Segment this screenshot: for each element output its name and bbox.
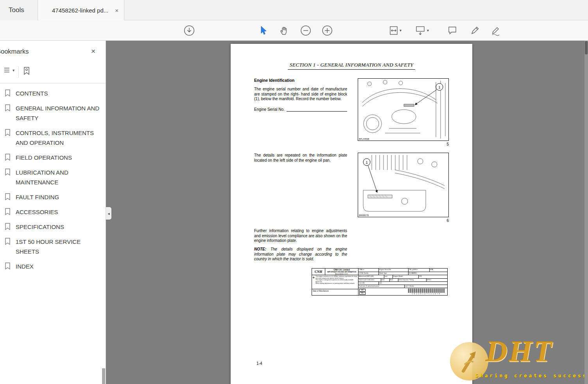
bookmark-item-contents[interactable]: CONTENTS [5,88,102,98]
figure1-photo-code: BPL4459B [359,138,369,140]
bookmarks-panel-title: Bookmarks [0,48,29,55]
bookmark-icon [5,192,11,202]
plate-cell: NOVAMMC [409,272,447,275]
bookmark-item-specifications[interactable]: SPECIFICATIONS [5,222,102,232]
plate-cell: Initial Injection Timing [398,279,427,281]
options-list-icon [3,67,11,74]
hand-icon [279,25,289,36]
highlight-button[interactable] [468,24,482,37]
paragraph-information-plate: The details are repeated on the informat… [254,153,347,163]
plate-cell: Engine Model [393,275,419,278]
bookmarks-options-button[interactable]: ▾ [3,67,14,74]
engine-identification-heading: Engine Identification [254,78,294,83]
bookmark-icon [5,261,11,271]
tab-tools[interactable]: Tools [0,0,38,20]
plate-cell: TEL g/kW-hr [409,269,430,272]
scroll-mode-button[interactable] [414,24,427,37]
plate-cell: Engine Serial No. [379,269,409,272]
scroll-mode-caret-icon[interactable]: ▾ [427,28,429,32]
plate-cell: Low idle [359,282,379,285]
paragraph-further-information: Further information relating to engine a… [254,229,347,243]
download-button[interactable] [183,24,196,37]
note-label: NOTE: [254,247,266,251]
highlight-pen-icon [470,25,480,36]
zoom-in-button[interactable] [321,24,334,37]
fit-width-button[interactable] [387,24,400,37]
figure1-callout: 1 [438,85,440,89]
bookmark-item-general-information[interactable]: GENERAL INFORMATION AND SAFETY [5,103,102,123]
comment-icon [447,25,457,36]
panel-divider [0,83,106,83]
bookmark-item-field-operations[interactable]: FIELD OPERATIONS [5,153,102,162]
section-header: SECTION 1 - GENERAL INFORMATION AND SAFE… [231,61,472,70]
bookmark-item-lubrication-maintenance[interactable]: LUBRICATION AND MAINTENANCE [5,168,102,187]
plate-cell: rpm [384,275,393,278]
plate-assembled: Assembled in U.K. [325,273,358,275]
tab-tools-label: Tools [9,6,24,14]
bookmarks-toolbar: ▾ [0,63,106,81]
bookmark-icon [5,128,11,148]
bookmark-item-index[interactable]: INDEX [5,261,102,271]
hand-tool-button[interactable] [278,24,291,37]
tab-document[interactable]: 47458262-linked pd... × [38,0,124,20]
plate-bullet-icon [313,277,314,278]
bookmark-icon [5,88,11,98]
plate-cell: BTDC [427,279,447,281]
plate-cell: Mode Type [379,272,409,275]
sidebar-scrollbar-thumb[interactable] [102,368,105,384]
figure2-callout: 1 [366,160,368,164]
bookmark-badge-icon [23,67,30,75]
plate-cell: PW [419,275,447,278]
figure1-number: 5 [358,142,449,146]
plate-diameter-value: ø3 [359,289,366,292]
plate-cell: Inlet [381,279,390,281]
fit-width-caret-icon[interactable]: ▾ [400,28,402,32]
fit-width-icon [389,25,399,36]
document-scrollbar-thumb[interactable] [585,41,588,54]
bookmark-item-service-sheets[interactable]: 1ST 50 HOUR SERVICE SHEETS [5,237,102,256]
sign-button[interactable] [489,24,503,37]
watermark-tagline: Sharing creates success [475,373,588,379]
toolbar-divider [18,67,19,78]
bookmark-icon [5,222,11,232]
zoom-out-button[interactable] [299,24,312,37]
plate-diameter-value: ø3 [359,292,366,295]
plate-cell: rpm [379,282,447,285]
paragraph-serial-number: The engine serial number and date of man… [254,87,347,102]
main-toolbar: / 540 54.5% ▾ ▾ ▾ [0,20,588,41]
bookmark-icon [5,207,11,217]
plate-cell: EPA [430,269,447,272]
sidebar-collapse-handle[interactable]: ◂ [106,207,111,220]
panel-close-button[interactable]: × [91,47,95,56]
download-icon [183,25,195,36]
plate-cell: CBA no. [359,269,379,272]
plate-cell: U.P.A. Family [359,272,379,275]
bookmark-item-controls-instruments[interactable]: CONTROLS, INSTRUMENTS AND OPERATION [5,128,102,148]
sign-pen-icon [491,25,502,36]
page-footer-number: 1-4 [256,361,262,366]
select-tool-button[interactable] [256,24,270,37]
tab-document-label: 47458262-linked pd... [52,7,112,14]
comment-button[interactable] [446,24,459,37]
figure-oil-pan: 1 BRI8807B [358,153,449,217]
bookmark-icon [5,153,11,162]
plate-regulations: This engine conforms to U.S. EPA & Calif… [312,275,358,289]
chevron-down-icon: ▾ [13,68,14,72]
plate-cell: Advertised SHP (kW) [359,275,384,278]
note-body: The details displayed on the engine info… [254,247,347,261]
engine-serial-row: Engine Serial No. [254,107,347,112]
plate-cell: mm³ / Stroke [405,285,447,288]
plus-icon [322,25,333,36]
cnh-logo: CNH [312,269,325,275]
dht-logo-text: DHT [486,334,553,368]
tab-close-icon[interactable]: × [115,7,118,14]
bookmark-icon [5,237,11,256]
watermark: DHT Sharing creates success [450,334,588,384]
figure2-photo-code: BRI8807B [359,214,369,216]
bookmark-item-fault-finding[interactable]: FAULT FINDING [5,192,102,202]
plate-date-of-manufacture: Date of Manufacture [312,289,358,295]
expand-bookmark-button[interactable] [23,67,30,75]
plate-cell: Exh. [390,279,398,281]
document-scrollbar[interactable] [584,41,588,384]
bookmark-item-accessories[interactable]: ACCESSORIES [5,207,102,217]
